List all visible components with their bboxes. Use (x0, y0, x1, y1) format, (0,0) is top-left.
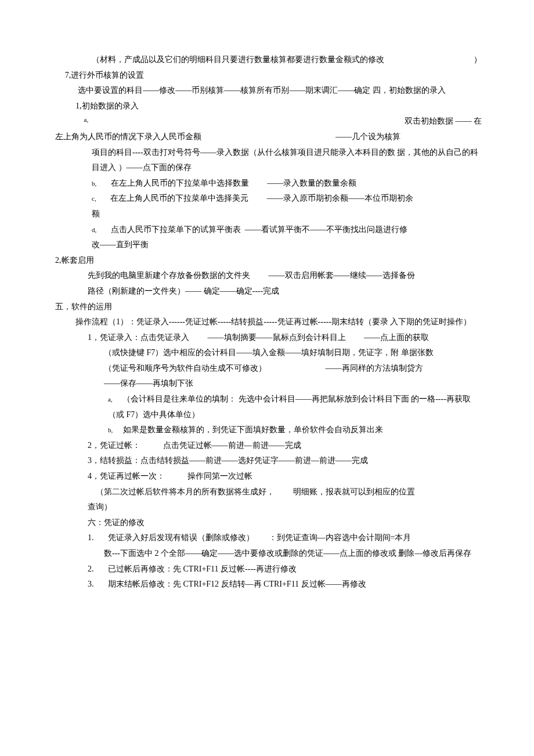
mod-3: 3. 期末结帐后修改：先 CTRI+F12 反结转—再 CTRI+F11 反过帐… (55, 577, 482, 592)
item-1d: d, 点击人民币下拉菜单下的试算平衡表 ——看试算平衡不——不平衡找出问题进行修 (55, 222, 482, 238)
text: （会计科目是往来单位的填制： 先选中会计科目——再把鼠标放到会计科目下面 的一格… (108, 395, 471, 419)
text: 左上角为人民币的情况下录入人民币金额 (55, 129, 201, 145)
item-1a-cont2: 项目的科目----双击打对号符号——录入数据（从什么核算项目进只能录入本科目的数… (55, 145, 482, 176)
item-1d-cont: 改——直到平衡 (55, 237, 482, 253)
text: 点击凭证过帐——前进—前进——完成 (143, 441, 301, 450)
label-b: b, (92, 180, 96, 187)
step-1-voucher-input: 1，凭证录入：点击凭证录入 ——填制摘要——鼠标点到会计科目上 ——点上面的获取 (55, 330, 482, 346)
text: 凭证录入好后发现有错误（删除或修改） (96, 533, 254, 542)
text: （凭证号和顺序号为软件自动生成不可修改） (104, 364, 266, 372)
text: ——双击启用帐套——继续——选择备份 (252, 271, 415, 280)
mod-1: 1. 凭证录入好后发现有错误（删除或修改） ：到凭证查询—内容选中会计期间=本月 (55, 530, 482, 546)
item-2-account-enable: 2,帐套启用 (55, 253, 482, 269)
label-c: c, (92, 195, 96, 202)
text: （第二次过帐后软件将本月的所有数据将生成好， (96, 487, 275, 496)
text: ——录入原币期初余额——本位币期初余 (251, 194, 413, 202)
text: 已过帐后再修改：先 CTRI+F11 反过帐----再进行修改 (96, 565, 297, 573)
step-3-transfer: 3，结转损益：点击结转损益——前进——选好凭证字——前进—前进——完成 (55, 453, 482, 469)
label-b: b, (108, 426, 113, 433)
text: 期末结帐后修改：先 CTRI+F12 反结转—再 CTRI+F11 反过帐——再… (96, 580, 366, 588)
text: 在左上角人民币的下拉菜单中选择数量 (99, 179, 249, 187)
step-1-cont3: ——保存——再填制下张 (55, 376, 482, 392)
mod-2: 2. 已过帐后再修改：先 CTRI+F11 反过帐----再进行修改 (55, 562, 482, 577)
step-1-cont2: （凭证号和顺序号为软件自动生成不可修改） ——再同样的方法填制贷方 (55, 361, 482, 377)
text: ） (474, 52, 482, 68)
text: 4，凭证再过帐一次： (88, 472, 165, 480)
text: 1，凭证录入：点击凭证录入 (88, 333, 189, 342)
step-2-voucher-post: 2，凭证过帐： 点击凭证过帐——前进—前进——完成 (55, 438, 482, 454)
text: ——点上面的获取 (348, 333, 429, 342)
step-1-cont1: （或快捷键 F7）选中相应的会计科目——填入金额——填好填制日期，凭证字，附 单… (55, 345, 482, 361)
text: （材料，产成品以及它们的明细科目只要进行数量核算都要进行数量金额式的修改 (55, 52, 384, 68)
label-2: 2. (88, 565, 94, 573)
line-note-material: （材料，产成品以及它们的明细科目只要进行数量核算都要进行数量金额式的修改 ） (55, 52, 482, 68)
item-1c-cont: 额 (55, 207, 482, 222)
text: ——再同样的方法填制贷方 (269, 364, 423, 372)
item-1c: c, 在左上角人民币的下拉菜单中选择美元 ——录入原币期初余额——本位币期初余 (55, 191, 482, 207)
line-7-detail: 选中要设置的科目——修改——币别核算——核算所有币别——期末调汇——确定 四，初… (55, 83, 482, 99)
label-3: 3. (88, 580, 94, 588)
text: ——录入数量的数量余额 (251, 179, 356, 187)
op-flow-1: 操作流程（1）：凭证录入------凭证过帐-----结转损益-----凭证再过… (55, 314, 482, 330)
section-5: 五，软件的运用 (55, 299, 482, 315)
step-4-note: （第二次过帐后软件将本月的所有数据将生成好， 明细账，报表就可以到相应的位置 (55, 484, 482, 500)
text: 双击初始数据 —— 在 (405, 114, 482, 129)
label-a: a, (108, 396, 113, 403)
item-1a-cont: 左上角为人民币的情况下录入人民币金额 ——几个设为核算 (55, 129, 482, 145)
text: 明细账，报表就可以到相应的位置 (277, 487, 415, 496)
item-2-detail: 先到我的电脑里新建个存放备份数据的文件夹 ——双击启用帐套——继续——选择备份 (55, 268, 482, 284)
item-7-foreign-currency: 7,进行外币核算的设置 (55, 68, 482, 84)
text: 操作同第一次过帐 (167, 472, 252, 480)
step-4-repost: 4，凭证再过帐一次： 操作同第一次过帐 (55, 469, 482, 484)
step-1b: b, 如果是数量金额核算的，到凭证下面填好数量，单价软件会自动反算出来 (55, 422, 482, 438)
item-1-initial-data: 1,初始数据的录入 (55, 99, 482, 114)
text: ：到凭证查询—内容选中会计期间=本月 (257, 533, 412, 542)
text: 如果是数量金额核算的，到凭证下面填好数量，单价软件会自动反算出来 (115, 425, 383, 434)
mod-1-cont: 数---下面选中 2 个全部——确定——选中要修改或删除的凭证——点上面的修改或… (55, 546, 482, 562)
text: ——填制摘要——鼠标点到会计科目上 (192, 333, 346, 342)
label-1: 1. (88, 533, 94, 542)
label-d: d, (92, 226, 96, 233)
text: 在左上角人民币的下拉菜单中选择美元 (98, 194, 248, 202)
step-4-note-cont: 查询） (55, 500, 482, 515)
label-a: a, (55, 114, 88, 129)
item-2-detail-cont: 路径（刚新建的一文件夹）—— 确定——确定----完成 (55, 284, 482, 299)
text: 点击人民币下拉菜单下的试算平衡表 ——看试算平衡不——不平衡找出问题进行修 (99, 225, 407, 234)
text: 先到我的电脑里新建个存放备份数据的文件夹 (88, 271, 250, 280)
section-6: 六：凭证的修改 (55, 515, 482, 531)
item-1b: b, 在左上角人民币的下拉菜单中选择数量 ——录入数量的数量余额 (55, 176, 482, 191)
step-1a: a, （会计科目是往来单位的填制： 先选中会计科目——再把鼠标放到会计科目下面 … (55, 392, 482, 422)
text: 2，凭证过帐： (88, 441, 140, 450)
text: ——几个设为核算 (335, 129, 400, 145)
item-1a: a, 双击初始数据 —— 在 (55, 114, 482, 129)
